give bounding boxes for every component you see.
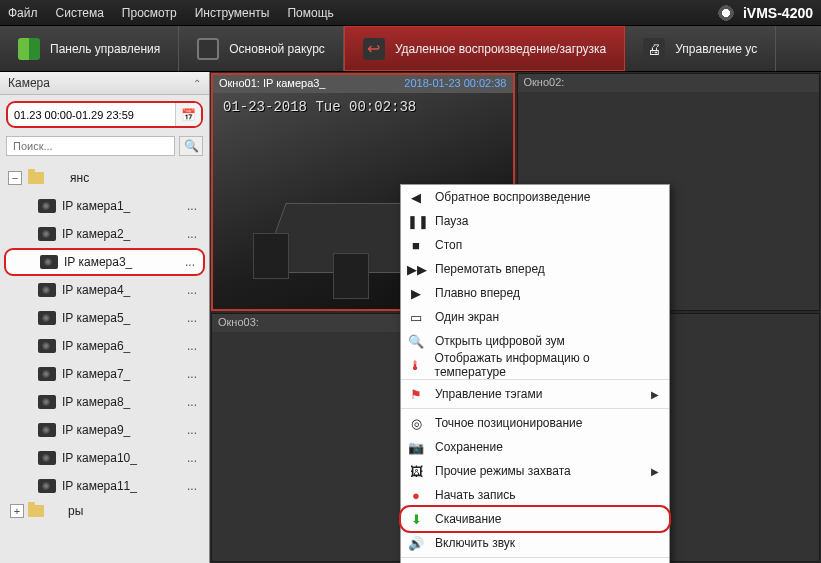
tree-item-camera4[interactable]: IP камера4_ ...: [4, 276, 205, 304]
camera-icon: [40, 255, 58, 269]
ctx-label: Обратное воспроизведение: [435, 190, 590, 204]
ctx-label: Пауза: [435, 214, 468, 228]
tree-item-camera10[interactable]: IP камера10_ ...: [4, 444, 205, 472]
item-more[interactable]: ...: [183, 199, 201, 213]
tab-device-config[interactable]: Управление ус: [625, 26, 776, 71]
submenu-arrow-icon: ▶: [651, 466, 659, 477]
ctx-separator: [401, 379, 669, 380]
target-icon: ◎: [407, 416, 425, 431]
ctx-tag-management[interactable]: ⚑Управление тэгами▶: [401, 382, 669, 406]
expand-toggle[interactable]: +: [10, 504, 24, 518]
camera-icon: [38, 311, 56, 325]
sidebar-header: Камера ⌃: [0, 72, 209, 95]
item-more[interactable]: ...: [183, 311, 201, 325]
item-more[interactable]: ...: [183, 339, 201, 353]
view-icon: [197, 38, 219, 60]
calendar-icon: 📅: [181, 108, 196, 122]
context-menu: ◀Обратное воспроизведение ❚❚Пауза ■Стоп …: [400, 184, 670, 563]
ctx-enable-sound[interactable]: 🔊Включить звук: [401, 531, 669, 555]
menu-tools[interactable]: Инструменты: [195, 6, 270, 20]
item-more[interactable]: ...: [183, 283, 201, 297]
camera-icon: [38, 367, 56, 381]
tree-item-camera6[interactable]: IP камера6_ ...: [4, 332, 205, 360]
menu-system[interactable]: Система: [56, 6, 104, 20]
search-input[interactable]: [6, 136, 175, 156]
ctx-download[interactable]: ⬇Скачивание: [401, 507, 669, 531]
item-more[interactable]: ...: [183, 395, 201, 409]
app-logo-icon: [717, 4, 735, 22]
menubar: Файл Система Просмотр Инструменты Помощь…: [0, 0, 821, 26]
item-label: IP камера3_: [64, 255, 132, 269]
tree-item-camera2[interactable]: IP камера2_ ...: [4, 220, 205, 248]
ctx-label: Сохранение: [435, 440, 503, 454]
item-more[interactable]: ...: [183, 423, 201, 437]
ctx-other-capture[interactable]: 🖼Прочие режимы захвата▶: [401, 459, 669, 483]
menu-file[interactable]: Файл: [8, 6, 38, 20]
camera-icon: 📷: [407, 440, 425, 455]
ctx-label: Управление тэгами: [435, 387, 542, 401]
video-osd: 01-23-2018 Tue 00:02:38: [223, 99, 416, 115]
item-label: IP камера11_: [62, 479, 137, 493]
ctx-digital-zoom[interactable]: 🔍Открыть цифровой зум: [401, 329, 669, 353]
ctx-pause[interactable]: ❚❚Пауза: [401, 209, 669, 233]
tab-control-panel[interactable]: Панель управления: [0, 26, 179, 71]
ctx-separator: [401, 557, 669, 558]
ctx-precise-position[interactable]: ◎Точное позиционирование: [401, 411, 669, 435]
menu-view[interactable]: Просмотр: [122, 6, 177, 20]
tree-item-camera1[interactable]: IP камера1_ ...: [4, 192, 205, 220]
folder-icon: [28, 505, 44, 517]
ctx-single-screen[interactable]: ▭Один экран: [401, 305, 669, 329]
thermo-icon: 🌡: [407, 358, 425, 373]
screen-icon: ▭: [407, 310, 425, 325]
remote-icon: [363, 38, 385, 60]
pane-title: Окно02:: [524, 76, 565, 90]
ctx-fast-forward[interactable]: ▶▶Перемотать вперед: [401, 257, 669, 281]
ctx-label: Отображать информацию о температуре: [435, 351, 659, 379]
group-label: ры: [68, 504, 83, 518]
pause-icon: ❚❚: [407, 214, 425, 229]
toolbar: Панель управления Основной ракурс Удален…: [0, 26, 821, 72]
camera-icon: [38, 339, 56, 353]
item-more[interactable]: ...: [183, 227, 201, 241]
ctx-slow-forward[interactable]: ▶Плавно вперед: [401, 281, 669, 305]
record-icon: ●: [407, 488, 425, 503]
search-icon: 🔍: [184, 139, 199, 153]
tree-item-camera5[interactable]: IP камера5_ ...: [4, 304, 205, 332]
ctx-reverse-playback[interactable]: ◀Обратное воспроизведение: [401, 185, 669, 209]
ctx-save[interactable]: 📷Сохранение: [401, 435, 669, 459]
tree-item-camera3[interactable]: IP камера3_ ...: [4, 248, 205, 276]
chair-shape: [253, 233, 289, 279]
tag-icon: ⚑: [407, 387, 425, 402]
tab-remote-playback[interactable]: Удаленное воспроизведение/загрузка: [344, 26, 625, 71]
collapse-icon[interactable]: ⌃: [193, 78, 201, 89]
app-name: iVMS-4200: [743, 5, 813, 21]
ctx-temperature-info[interactable]: 🌡Отображать информацию о температуре: [401, 353, 669, 377]
tab-label: Удаленное воспроизведение/загрузка: [395, 42, 606, 56]
tree-footer-group[interactable]: + ры: [4, 500, 205, 522]
item-label: IP камера4_: [62, 283, 130, 297]
tree-group[interactable]: − янс: [4, 164, 205, 192]
ctx-start-record[interactable]: ●Начать запись: [401, 483, 669, 507]
ctx-stop[interactable]: ■Стоп: [401, 233, 669, 257]
item-more[interactable]: ...: [181, 255, 199, 269]
collapse-toggle[interactable]: −: [8, 171, 22, 185]
ctx-label: Включить звук: [435, 536, 515, 550]
tree-item-camera8[interactable]: IP камера8_ ...: [4, 388, 205, 416]
sidebar-title: Камера: [8, 76, 50, 90]
menu-help[interactable]: Помощь: [287, 6, 333, 20]
tree-item-camera9[interactable]: IP камера9_ ...: [4, 416, 205, 444]
tree-item-camera11[interactable]: IP камера11_ ...: [4, 472, 205, 500]
item-label: IP камера8_: [62, 395, 130, 409]
calendar-button[interactable]: 📅: [175, 103, 201, 126]
camera-icon: [38, 283, 56, 297]
search-button[interactable]: 🔍: [179, 136, 203, 156]
date-range-input[interactable]: [8, 109, 175, 121]
app-title: iVMS-4200: [717, 4, 813, 22]
item-more[interactable]: ...: [183, 367, 201, 381]
tab-main-view[interactable]: Основной ракурс: [179, 26, 344, 71]
tree-item-camera7[interactable]: IP камера7_ ...: [4, 360, 205, 388]
ctx-separator: [401, 408, 669, 409]
item-more[interactable]: ...: [183, 451, 201, 465]
item-label: IP камера6_: [62, 339, 130, 353]
item-more[interactable]: ...: [183, 479, 201, 493]
